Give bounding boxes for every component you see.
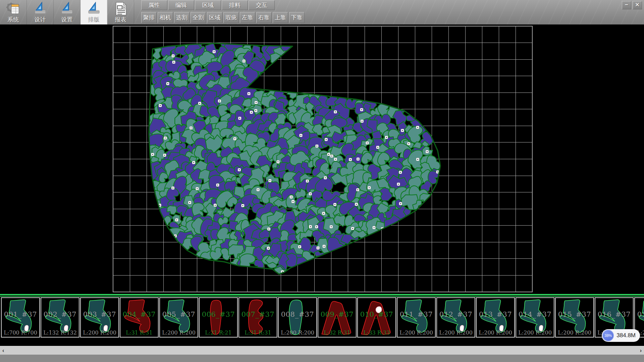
layout-icon (87, 1, 101, 16)
report-icon (113, 1, 128, 16)
tab-design[interactable]: 设计 (27, 0, 54, 24)
menu-button[interactable]: 属性 (141, 0, 167, 10)
tab-label: 排版 (88, 16, 100, 23)
tab-label: 报表 (115, 16, 126, 23)
tool-button[interactable]: 选割 (174, 12, 190, 23)
tool-button[interactable]: 相机 (158, 12, 173, 23)
progress-badge: 38% 384.8M (602, 329, 640, 342)
window-controls: − ✕ (622, 1, 642, 9)
close-button[interactable]: ✕ (633, 1, 642, 9)
settings-icon (60, 1, 74, 16)
piece-thumbnail-005[interactable]: 005_#37L:200 R:200 (159, 297, 198, 338)
menu-row-2: 聚排相机选割全割区域瑕疵左靠右靠上靠下靠 (141, 12, 306, 23)
tab-label: 设置 (61, 16, 73, 23)
main-tabs: 系统 设计 设置 排版 报表 (0, 0, 134, 24)
app-window: 系统 设计 设置 排版 报表 属性编辑区域排料交互 聚排相机选割全割区域瑕疵左靠… (0, 0, 644, 362)
strip-divider-line (0, 294, 644, 297)
tab-system[interactable]: 系统 (0, 0, 27, 24)
piece-shape-svg (41, 298, 79, 337)
tab-layout[interactable]: 排版 (80, 0, 107, 24)
tool-button[interactable]: 右靠 (256, 12, 272, 23)
tool-button[interactable]: 全割 (191, 12, 206, 23)
memory-label: 384.8M (616, 332, 636, 339)
piece-thumbnail-002[interactable]: 002_#37L:132 R:132 (41, 297, 79, 338)
menu-button[interactable]: 交互 (249, 0, 275, 10)
piece-thumbnail-014[interactable]: 014_#37L:200 R:200 (516, 297, 554, 338)
tool-button[interactable]: 上靠 (273, 12, 288, 23)
status-bar (0, 355, 644, 362)
piece-thumbnail-010[interactable]: 010_#37L:33 R:33 (357, 297, 396, 338)
piece-thumbnail-007[interactable]: 007_#37L:31 R:31 (238, 297, 277, 338)
horizontal-scrollbar[interactable]: ‹ › (0, 346, 644, 355)
menu-button[interactable]: 区域 (195, 0, 221, 10)
tab-settings[interactable]: 设置 (54, 0, 80, 24)
tool-button[interactable]: 瑕疵 (223, 12, 239, 23)
tab-label: 系统 (8, 16, 19, 23)
progress-circle: 38% (602, 330, 614, 341)
piece-shape-svg (516, 298, 554, 337)
tool-button[interactable]: 下靠 (289, 12, 305, 23)
tool-button[interactable]: 左靠 (240, 12, 255, 23)
piece-shape-svg (477, 298, 514, 337)
piece-shape-svg (358, 298, 395, 337)
piece-thumbnail-012[interactable]: 012_#37L:200 R:200 (436, 297, 475, 338)
piece-shape-svg (239, 298, 277, 337)
piece-shape-svg (397, 298, 435, 337)
tab-label: 设计 (35, 16, 46, 23)
piece-thumbnail-003[interactable]: 003_#37L:200 R:200 (80, 297, 119, 338)
nesting-canvas[interactable] (0, 24, 644, 294)
design-icon (33, 1, 48, 16)
piece-thumbnail-004[interactable]: 004_#37L:31 R:31 (120, 297, 159, 338)
piece-shape-svg (556, 298, 593, 337)
piece-shape-svg (160, 298, 198, 337)
piece-shape-svg (279, 298, 316, 337)
menu-button[interactable]: 编辑 (168, 0, 194, 10)
tool-button[interactable]: 区域 (207, 12, 222, 23)
nesting-layout-svg (0, 24, 644, 294)
system-icon (6, 1, 21, 16)
piece-shape-svg (120, 298, 158, 337)
piece-thumbnail-008[interactable]: 008_#37L:200 R:200 (278, 297, 317, 338)
piece-shape-svg (2, 298, 39, 337)
piece-shape-svg (200, 298, 237, 337)
piece-shape-svg (318, 298, 356, 337)
piece-shape-svg (81, 298, 118, 337)
tab-report[interactable]: 报表 (107, 0, 134, 24)
piece-thumbnail-013[interactable]: 013_#37L:200 R:200 (476, 297, 515, 338)
menu-button[interactable]: 排料 (222, 0, 248, 10)
tool-button[interactable]: 聚排 (141, 12, 157, 23)
piece-thumbnails: 001_#37L:700 R:700002_#37L:132 R:132003_… (1, 297, 644, 338)
scroll-right-arrow[interactable]: › (640, 346, 642, 355)
piece-thumbnail-009[interactable]: 009_#37L:32 R:31 (318, 297, 357, 338)
piece-thumbnail-006[interactable]: 006_#37L:21 R:21 (199, 297, 238, 338)
minimize-button[interactable]: − (622, 1, 631, 9)
piece-thumbnail-011[interactable]: 011_#37L:200 R:200 (397, 297, 436, 338)
pieces-strip: 001_#37L:700 R:700002_#37L:132 R:132003_… (0, 294, 644, 339)
menu-row-1: 属性编辑区域排料交互 (141, 0, 275, 10)
scroll-left-arrow[interactable]: ‹ (2, 346, 4, 355)
piece-shape-svg (437, 298, 475, 337)
piece-thumbnail-001[interactable]: 001_#37L:700 R:700 (1, 297, 40, 338)
toolbar: 系统 设计 设置 排版 报表 属性编辑区域排料交互 聚排相机选割全割区域瑕疵左靠… (0, 0, 644, 25)
piece-thumbnail-015[interactable]: 015_#37L:200 R:200 (555, 297, 594, 338)
